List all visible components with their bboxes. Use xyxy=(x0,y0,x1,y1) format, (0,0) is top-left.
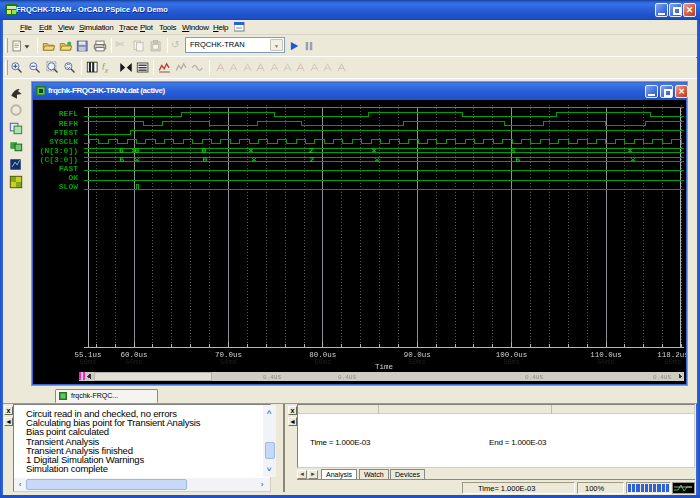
svg-text:6: 6 xyxy=(120,155,125,164)
svg-text:50ms: 50ms xyxy=(126,358,143,366)
svg-text:0: 0 xyxy=(135,146,140,155)
svg-text:50ms: 50ms xyxy=(409,358,426,366)
svg-text:REFH: REFH xyxy=(59,119,78,128)
svg-text:0: 0 xyxy=(203,155,208,164)
svg-text:Time: Time xyxy=(375,363,393,371)
svg-text:0.4US: 0.4US xyxy=(338,374,356,381)
svg-text:SYSCLK: SYSCLK xyxy=(49,137,78,146)
svg-text:50ms: 50ms xyxy=(314,358,331,366)
svg-text:0: 0 xyxy=(202,146,207,155)
svg-text:50ms: 50ms xyxy=(220,358,237,366)
svg-text:50ms: 50ms xyxy=(503,358,520,366)
svg-text:50ms: 50ms xyxy=(80,358,97,366)
svg-text:6: 6 xyxy=(511,146,516,155)
svg-text:(C[3:0]): (C[3:0]) xyxy=(40,155,78,164)
svg-text:OK: OK xyxy=(68,173,78,182)
svg-text:2: 2 xyxy=(310,155,315,164)
svg-text:6: 6 xyxy=(119,146,124,155)
svg-text:50ms: 50ms xyxy=(665,358,682,366)
svg-text:0.4US: 0.4US xyxy=(263,374,281,381)
svg-text:(N[3:0]): (N[3:0]) xyxy=(40,146,78,155)
svg-text:FAST: FAST xyxy=(59,164,78,173)
svg-text:FTEST: FTEST xyxy=(54,128,78,137)
svg-text:0.4US: 0.4US xyxy=(653,374,671,381)
svg-text:6: 6 xyxy=(516,155,521,164)
svg-text:SLOW: SLOW xyxy=(59,182,78,191)
svg-text:REFL: REFL xyxy=(59,109,78,118)
svg-text:2: 2 xyxy=(309,146,314,155)
svg-text:50ms: 50ms xyxy=(598,358,615,366)
svg-text:0.4US: 0.4US xyxy=(525,374,543,381)
